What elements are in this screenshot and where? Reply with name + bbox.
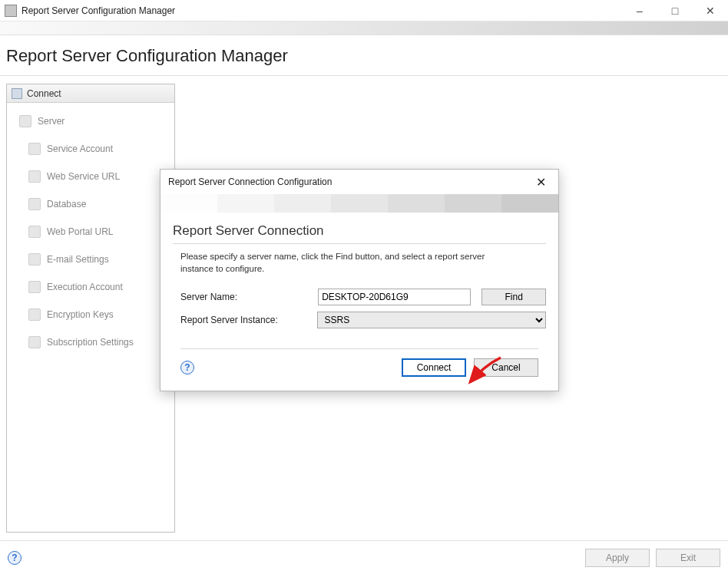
email-settings-icon (28, 253, 41, 266)
maximize-button[interactable]: □ (657, 0, 693, 21)
connection-dialog: Report Server Connection Configuration ✕… (160, 169, 559, 391)
sidebar-item-service-account[interactable]: Service Account (7, 135, 174, 163)
dialog-heading: Report Server Connection (173, 223, 546, 244)
instance-row: Report Server Instance: SSRS (180, 312, 546, 328)
database-icon (28, 198, 41, 210)
dialog-titlebar: Report Server Connection Configuration ✕ (160, 170, 558, 194)
server-name-row: Server Name: Find (180, 289, 546, 305)
sidebar-item-subscription-settings[interactable]: Subscription Settings (7, 328, 174, 356)
sidebar: Connect Server Service Account Web Servi… (6, 84, 175, 533)
sidebar-item-web-service-url[interactable]: Web Service URL (7, 163, 174, 190)
sidebar-item-label: Database (47, 199, 86, 209)
decorative-strip (0, 21, 728, 35)
sidebar-item-label: Web Service URL (47, 171, 120, 182)
sidebar-item-web-portal-url[interactable]: Web Portal URL (7, 218, 174, 246)
subscription-settings-icon (28, 336, 41, 348)
titlebar: Report Server Configuration Manager – □ … (0, 0, 728, 21)
server-name-input[interactable] (318, 289, 471, 305)
dialog-footer: ? Connect Cancel (173, 358, 546, 378)
sidebar-item-label: Server (38, 116, 65, 127)
minimize-button[interactable]: – (622, 0, 657, 21)
server-icon (19, 115, 31, 127)
dialog-separator (180, 348, 538, 349)
sidebar-connect-label: Connect (27, 88, 61, 99)
web-portal-url-icon (28, 226, 41, 238)
sidebar-item-label: Encryption Keys (47, 309, 114, 320)
window-title: Report Server Configuration Manager (22, 5, 622, 16)
web-service-url-icon (28, 170, 41, 183)
apply-button[interactable]: Apply (585, 549, 650, 567)
help-icon[interactable]: ? (8, 551, 22, 565)
sidebar-item-label: Web Portal URL (47, 226, 113, 237)
dialog-help-icon[interactable]: ? (180, 361, 194, 374)
sidebar-item-database[interactable]: Database (7, 190, 174, 218)
dialog-title: Report Server Connection Configuration (168, 176, 332, 187)
instance-select[interactable]: SSRS (317, 312, 546, 328)
page-heading: Report Server Configuration Manager (6, 46, 722, 66)
exit-button[interactable]: Exit (656, 549, 720, 567)
sidebar-item-label: Service Account (47, 144, 113, 154)
sidebar-connect[interactable]: Connect (7, 84, 174, 103)
sidebar-list: Server Service Account Web Service URL D… (7, 103, 174, 361)
close-window-button[interactable]: ✕ (693, 0, 728, 21)
sidebar-item-execution-account[interactable]: Execution Account (7, 273, 174, 301)
instance-label: Report Server Instance: (180, 315, 317, 325)
connect-icon (12, 88, 22, 99)
encryption-keys-icon (28, 308, 41, 321)
sidebar-item-label: E-mail Settings (47, 254, 109, 265)
footer: ? Apply Exit (0, 541, 728, 574)
sidebar-item-server[interactable]: Server (7, 107, 174, 135)
service-account-icon (28, 143, 41, 155)
server-name-label: Server Name: (180, 292, 318, 302)
execution-account-icon (28, 281, 41, 293)
sidebar-item-email-settings[interactable]: E-mail Settings (7, 246, 174, 273)
find-button[interactable]: Find (481, 289, 546, 305)
page-header: Report Server Configuration Manager (0, 35, 728, 76)
dialog-instruction: Please specify a server name, click the … (180, 250, 518, 275)
dialog-close-button[interactable]: ✕ (531, 173, 551, 191)
sidebar-item-label: Execution Account (47, 282, 123, 292)
connect-button[interactable]: Connect (402, 358, 466, 377)
sidebar-item-label: Subscription Settings (47, 337, 134, 348)
sidebar-item-encryption-keys[interactable]: Encryption Keys (7, 301, 174, 328)
app-icon (5, 5, 17, 17)
cancel-button[interactable]: Cancel (474, 358, 538, 377)
dialog-strip (160, 194, 558, 213)
